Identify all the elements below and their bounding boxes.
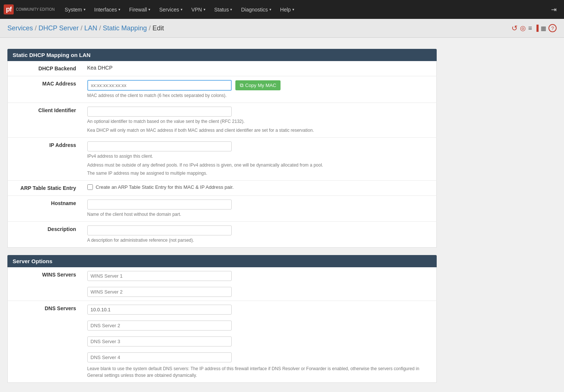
mac-address-input[interactable] — [87, 80, 232, 91]
arp-table-row: ARP Table Static Entry Create an ARP Tab… — [8, 181, 437, 196]
server-options-form: WINS Servers DNS Servers Leave blank to … — [7, 267, 437, 383]
section-header-server-options: Server Options — [7, 255, 437, 267]
description-label: Description — [8, 222, 82, 248]
client-identifier-input[interactable] — [87, 107, 232, 117]
table-icon[interactable]: ▦ — [541, 25, 546, 32]
client-identifier-row: Client Identifier An optional identifier… — [8, 103, 437, 138]
target-icon[interactable]: ◎ — [520, 24, 526, 32]
dns-server3-input[interactable] — [87, 336, 232, 346]
dhcp-backend-row: DHCP Backend Kea DHCP — [8, 61, 437, 76]
client-identifier-label: Client Identifier — [8, 103, 82, 138]
dns-servers-label: DNS Servers — [8, 301, 82, 383]
firewall-caret: ▾ — [148, 7, 150, 11]
logout-icon[interactable]: ⇥ — [547, 6, 560, 14]
client-identifier-help2: Kea DHCP will only match on MAC address … — [87, 127, 431, 134]
hostname-help: Name of the client host without the doma… — [87, 211, 431, 218]
dhcp-backend-value: Kea DHCP — [82, 61, 437, 76]
services-caret: ▾ — [181, 7, 182, 11]
dhcp-backend-label: DHCP Backend — [8, 61, 82, 76]
wins-server2-input[interactable] — [87, 287, 232, 297]
breadcrumb: Services / DHCP Server / LAN / Static Ma… — [7, 24, 164, 32]
arp-table-checkbox[interactable] — [87, 184, 93, 190]
arp-table-checkbox-label: Create an ARP Table Static Entry for thi… — [96, 184, 234, 190]
edition-label: COMMUNITY EDITION — [16, 7, 55, 12]
nav-vpn[interactable]: VPN ▾ — [187, 0, 210, 19]
hostname-content: Name of the client host without the doma… — [82, 196, 437, 222]
ip-address-help3: The same IP address may be assigned to m… — [87, 170, 431, 177]
mac-address-label: MAC Address — [8, 76, 82, 103]
navbar: pf COMMUNITY EDITION System ▾ Interfaces… — [0, 0, 564, 19]
ip-address-content: IPv4 address to assign this client. Addr… — [82, 138, 437, 181]
ip-address-help2: Address must be outside of any defined p… — [87, 162, 431, 168]
arp-checkbox-row: Create an ARP Table Static Entry for thi… — [87, 184, 431, 190]
description-content: A description for administrative referen… — [82, 222, 437, 248]
diagnostics-caret: ▾ — [269, 7, 271, 11]
description-row: Description A description for administra… — [8, 222, 437, 248]
ip-address-help1: IPv4 address to assign this client. — [87, 153, 431, 160]
mac-row: ⧉ Copy My MAC — [87, 80, 431, 91]
arp-table-label: ARP Table Static Entry — [8, 181, 82, 196]
help-icon[interactable]: ? — [548, 24, 557, 32]
client-identifier-content: An optional identifier to match based on… — [82, 103, 437, 138]
hostname-input[interactable] — [87, 200, 232, 210]
system-caret: ▾ — [84, 7, 85, 11]
dns-server4-input[interactable] — [87, 352, 232, 362]
nav-interfaces[interactable]: Interfaces ▾ — [90, 0, 125, 19]
ip-address-label: IP Address — [8, 138, 82, 181]
dns-servers-content: Leave blank to use the system default DN… — [82, 301, 437, 383]
sep2: / — [81, 24, 83, 32]
nav-services[interactable]: Services ▾ — [155, 0, 187, 19]
description-help: A description for administrative referen… — [87, 237, 431, 244]
hostname-row: Hostname Name of the client host without… — [8, 196, 437, 222]
breadcrumb-lan[interactable]: LAN — [84, 24, 97, 32]
breadcrumb-dhcp-server[interactable]: DHCP Server — [38, 24, 79, 32]
wins-servers-row: WINS Servers — [8, 267, 437, 301]
chart-icon[interactable]: ▐ — [534, 25, 538, 31]
breadcrumb-edit: Edit — [152, 24, 164, 32]
nav-diagnostics[interactable]: Diagnostics ▾ — [236, 0, 275, 19]
ip-address-input[interactable] — [87, 141, 232, 151]
mac-address-help: MAC address of the client to match (6 he… — [87, 92, 431, 99]
description-input[interactable] — [87, 225, 232, 235]
client-identifier-help1: An optional identifier to match based on… — [87, 118, 431, 125]
nav-status[interactable]: Status ▾ — [210, 0, 237, 19]
dns-servers-help: Leave blank to use the system default DN… — [87, 365, 431, 379]
logo: pf — [4, 4, 14, 14]
brand[interactable]: pf COMMUNITY EDITION — [4, 4, 55, 14]
wins-servers-label: WINS Servers — [8, 267, 82, 301]
breadcrumb-static-mapping[interactable]: Static Mapping — [103, 24, 147, 32]
breadcrumb-icons: ↺ ◎ ≡ ▐ ▦ ? — [511, 24, 557, 33]
status-caret: ▾ — [230, 7, 232, 11]
dns-server1-input[interactable] — [87, 305, 232, 315]
copy-my-mac-button[interactable]: ⧉ Copy My MAC — [235, 80, 281, 90]
sep1: / — [35, 24, 37, 32]
copy-icon: ⧉ — [240, 82, 244, 88]
breadcrumb-services[interactable]: Services — [7, 24, 33, 32]
breadcrumb-bar: Services / DHCP Server / LAN / Static Ma… — [0, 19, 564, 38]
mac-address-content: ⧉ Copy My MAC MAC address of the client … — [82, 76, 437, 103]
ip-address-row: IP Address IPv4 address to assign this c… — [8, 138, 437, 181]
wins-servers-content — [82, 267, 437, 301]
wins-server1-input[interactable] — [87, 271, 232, 281]
arp-table-content: Create an ARP Table Static Entry for thi… — [82, 181, 437, 196]
interfaces-caret: ▾ — [118, 7, 120, 11]
main-content: Static DHCP Mapping on LAN DHCP Backend … — [0, 38, 444, 388]
nav-firewall[interactable]: Firewall ▾ — [125, 0, 155, 19]
section-header-static-dhcp: Static DHCP Mapping on LAN — [7, 49, 437, 61]
nav-items: System ▾ Interfaces ▾ Firewall ▾ Service… — [60, 0, 547, 19]
hostname-label: Hostname — [8, 196, 82, 222]
sep3: / — [99, 24, 101, 32]
help-caret: ▾ — [292, 7, 294, 11]
dns-server2-input[interactable] — [87, 321, 232, 331]
static-dhcp-form: DHCP Backend Kea DHCP MAC Address ⧉ Copy… — [7, 61, 437, 248]
refresh-icon[interactable]: ↺ — [511, 24, 518, 33]
nav-help[interactable]: Help ▾ — [276, 0, 299, 19]
vpn-caret: ▾ — [204, 7, 205, 11]
dns-servers-row: DNS Servers Leave blank to use the syste… — [8, 301, 437, 383]
nav-system[interactable]: System ▾ — [60, 0, 90, 19]
sep4: / — [149, 24, 151, 32]
list-icon[interactable]: ≡ — [528, 24, 532, 32]
copy-button-label: Copy My MAC — [245, 83, 276, 88]
mac-address-row: MAC Address ⧉ Copy My MAC MAC address of… — [8, 76, 437, 103]
